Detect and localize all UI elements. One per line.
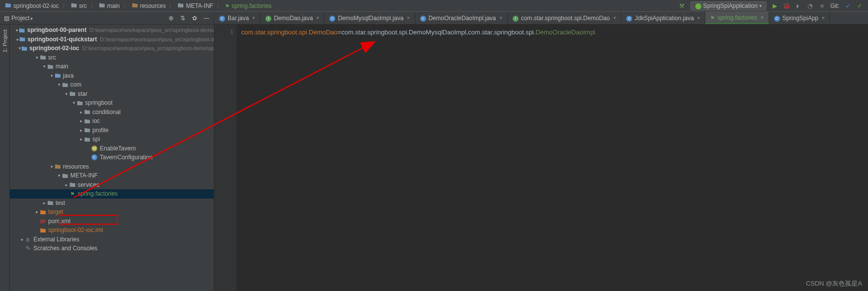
breadcrumb-item[interactable]: resources — [130, 2, 168, 9]
git-update-icon[interactable]: ✓ — [844, 2, 851, 9]
folder-blue-icon — [54, 72, 61, 79]
close-icon[interactable]: × — [613, 15, 616, 21]
tree-row[interactable]: ▸target — [10, 207, 214, 217]
expand-icon[interactable]: ⇅ — [179, 15, 186, 22]
project-tool-icon: ▤ — [4, 15, 9, 22]
project-tree[interactable]: ▸springboot-00-parentD:\learnspace\works… — [10, 25, 214, 291]
tree-row[interactable]: mpom.xml — [10, 217, 214, 226]
breadcrumb-item[interactable]: springboot-02-ioc — [3, 2, 61, 9]
tree-row[interactable]: ▸ioc — [10, 116, 214, 126]
tree-arrow-icon[interactable]: ▸ — [64, 182, 69, 187]
anno-icon: @ — [91, 145, 98, 152]
tree-arrow-icon[interactable]: ▸ — [79, 118, 84, 123]
tree-row[interactable]: ▸spi — [10, 135, 214, 144]
editor-tabs[interactable]: CBar.java×IDemoDao.java×CDemoMysqlDaoImp… — [214, 12, 868, 24]
tree-row[interactable]: ▸springboot-01-quickstartD:\learnspace\w… — [10, 35, 214, 44]
folder-icon — [47, 63, 54, 70]
watermark: CSDN @灰色孤星A — [806, 279, 862, 288]
tree-row[interactable]: ▸⫼External Libraries — [10, 235, 214, 244]
tree-label: springboot-00-parent — [27, 27, 87, 33]
tree-arrow-icon[interactable]: ▸ — [20, 237, 25, 242]
tree-arrow-icon[interactable]: ▾ — [34, 55, 39, 60]
breadcrumb-item[interactable]: ⚑spring.factories — [223, 2, 273, 9]
close-icon[interactable]: × — [697, 15, 700, 21]
pkg-icon — [61, 81, 68, 88]
tab-com-star-springboot-spi-DemoDao[interactable]: Icom.star.springboot.spi.DemoDao× — [508, 12, 622, 24]
close-icon[interactable]: × — [407, 15, 410, 21]
tree-row[interactable]: @EnableTavern — [10, 144, 214, 153]
tree-arrow-icon[interactable]: ▾ — [42, 64, 47, 69]
tab-Bar-java[interactable]: CBar.java× — [214, 12, 260, 24]
tree-arrow-icon[interactable]: ▾ — [71, 100, 76, 105]
tree-row[interactable]: ▾com — [10, 80, 214, 89]
tree-arrow-icon[interactable]: ▾ — [49, 73, 54, 78]
tree-row[interactable]: ▾springboot — [10, 98, 214, 108]
editor-area[interactable]: 1 com.star.springboot.spi.DemoDao=com.st… — [214, 25, 868, 291]
project-label[interactable]: Project — [11, 15, 33, 22]
tree-arrow-icon[interactable]: ▸ — [79, 137, 84, 142]
tree-row[interactable]: ✎Scratches and Consoles — [10, 244, 214, 253]
tree-label: External Libraries — [33, 236, 79, 243]
tree-arrow-icon[interactable]: ▾ — [57, 173, 61, 178]
tree-arrow-icon[interactable]: ▾ — [64, 91, 69, 96]
tree-arrow-icon[interactable]: ▸ — [34, 209, 39, 214]
close-icon[interactable]: × — [761, 15, 764, 20]
tree-row[interactable]: ▾springboot-02-iocD:\learnspace\workspac… — [10, 44, 214, 53]
tab-DemoOracleDaoImpl-java[interactable]: CDemoOracleDaoImpl.java× — [415, 12, 508, 24]
interface-icon: I — [513, 14, 519, 22]
tree-label: com — [70, 81, 82, 88]
module-icon — [19, 27, 25, 33]
tree-row[interactable]: CTavernConfiguration — [10, 153, 214, 162]
tab-JdkSpiApplication-java[interactable]: CJdkSpiApplication.java× — [621, 12, 705, 24]
close-icon[interactable]: × — [317, 15, 319, 21]
gear-icon[interactable]: ✿ — [191, 15, 198, 22]
breadcrumb-item[interactable]: main — [97, 2, 122, 9]
tree-label: spi — [92, 136, 100, 143]
tree-arrow-icon[interactable]: ▸ — [42, 201, 47, 205]
target-icon[interactable]: ⊕ — [168, 15, 174, 22]
pkg-icon — [76, 99, 83, 106]
tree-row[interactable]: ▾META-INF — [10, 171, 214, 180]
breadcrumb[interactable]: springboot-02-ioc〉src〉main〉resources〉MET… — [0, 2, 679, 9]
tree-label: services — [78, 181, 99, 188]
breadcrumb-item[interactable]: META-INF — [175, 2, 215, 9]
tree-row[interactable]: ⚑spring.factories — [10, 189, 214, 199]
tree-label: META-INF — [70, 172, 98, 179]
tab-SpringSpiApp[interactable]: CSpringSpiApp× — [769, 12, 830, 24]
tree-row[interactable]: ▾src — [10, 53, 214, 62]
class-icon: C — [91, 154, 98, 161]
tab-DemoDao-java[interactable]: IDemoDao.java× — [260, 12, 324, 24]
close-icon[interactable]: × — [252, 15, 255, 21]
tree-arrow-icon[interactable]: ▸ — [79, 110, 84, 115]
project-tab-vertical[interactable]: 1: Project — [2, 28, 8, 54]
tree-row[interactable]: ▸test — [10, 199, 214, 208]
tree-row[interactable]: ▾main — [10, 62, 214, 71]
tree-row[interactable]: ▸springboot-00-parentD:\learnspace\works… — [10, 26, 214, 35]
hammer-icon[interactable]: ⚒ — [679, 2, 686, 9]
tab-spring-factories[interactable]: ⚑spring.factories× — [705, 12, 769, 24]
close-icon[interactable]: × — [822, 15, 825, 21]
tree-row[interactable]: springboot-02-ioc.iml — [10, 226, 214, 235]
tree-row[interactable]: ▸conditional — [10, 108, 214, 117]
coverage-icon[interactable]: ⏵ — [795, 2, 802, 9]
git-commit-icon[interactable]: ✓ — [856, 2, 863, 9]
code-line[interactable]: com.star.springboot.spi.DemoDao=com.star… — [241, 29, 595, 36]
tree-row[interactable]: ▾resources — [10, 162, 214, 172]
tree-row[interactable]: ▸services — [10, 180, 214, 190]
hide-icon[interactable]: — — [203, 15, 210, 22]
tree-row[interactable]: ▸profile — [10, 126, 214, 135]
tree-arrow-icon[interactable]: ▾ — [57, 82, 61, 87]
close-icon[interactable]: × — [499, 15, 502, 21]
profile-icon[interactable]: ◔ — [807, 2, 813, 9]
play-icon[interactable]: ▶ — [771, 2, 778, 9]
tree-label: springboot-02-ioc — [29, 45, 79, 52]
tree-arrow-icon[interactable]: ▸ — [79, 128, 84, 133]
debug-icon[interactable]: 🐞 — [783, 2, 790, 9]
breadcrumb-item[interactable]: src — [69, 2, 89, 9]
tab-DemoMysqlDaoImpl-java[interactable]: CDemoMysqlDaoImpl.java× — [324, 12, 415, 24]
run-config-selector[interactable]: ⬤ SpringSpiApplication ▾ — [691, 1, 767, 10]
tree-row[interactable]: ▾java — [10, 71, 214, 81]
tree-arrow-icon[interactable]: ▾ — [49, 164, 54, 169]
tree-label: TavernConfiguration — [100, 154, 152, 161]
tree-row[interactable]: ▾star — [10, 89, 214, 99]
